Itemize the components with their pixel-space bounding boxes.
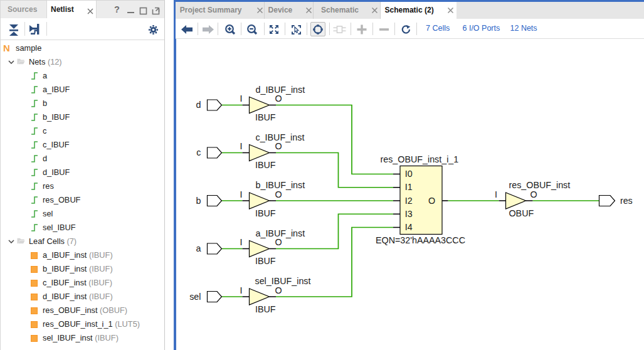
svg-text:I3: I3 — [405, 209, 413, 219]
svg-text:I: I — [240, 141, 243, 151]
svg-text:res_OBUF_inst: res_OBUF_inst — [509, 180, 571, 190]
svg-text:IBUF: IBUF — [255, 208, 276, 218]
svg-text:res_OBUF_inst_i_1: res_OBUF_inst_i_1 — [381, 154, 459, 164]
svg-text:O: O — [275, 237, 282, 247]
svg-text:IBUF: IBUF — [255, 256, 276, 266]
svg-text:I1: I1 — [405, 182, 413, 192]
svg-text:O: O — [275, 93, 282, 103]
svg-text:sel: sel — [189, 292, 201, 302]
svg-text:a: a — [196, 243, 201, 253]
svg-text:b: b — [196, 196, 201, 206]
svg-text:IBUF: IBUF — [255, 112, 276, 122]
svg-text:I4: I4 — [405, 222, 413, 232]
svg-text:EQN=32'hAAAA3CCC: EQN=32'hAAAA3CCC — [376, 235, 465, 245]
svg-text:O: O — [531, 189, 537, 199]
svg-text:I: I — [240, 189, 243, 199]
svg-text:OBUF: OBUF — [509, 208, 534, 218]
svg-text:I0: I0 — [405, 169, 413, 179]
svg-text:I: I — [240, 93, 243, 103]
svg-text:res: res — [620, 196, 633, 206]
svg-text:I: I — [495, 189, 497, 199]
svg-text:sel_IBUF_inst: sel_IBUF_inst — [255, 276, 311, 286]
svg-text:d: d — [196, 100, 201, 110]
svg-text:O: O — [275, 141, 282, 151]
svg-text:O: O — [275, 189, 282, 199]
svg-text:IBUF: IBUF — [255, 160, 276, 170]
svg-text:I: I — [240, 285, 243, 295]
svg-text:O: O — [275, 285, 282, 295]
svg-text:I2: I2 — [405, 196, 413, 206]
svg-text:I: I — [240, 237, 243, 247]
svg-text:c: c — [196, 147, 201, 157]
svg-text:O: O — [428, 196, 435, 206]
svg-text:IBUF: IBUF — [255, 304, 276, 314]
